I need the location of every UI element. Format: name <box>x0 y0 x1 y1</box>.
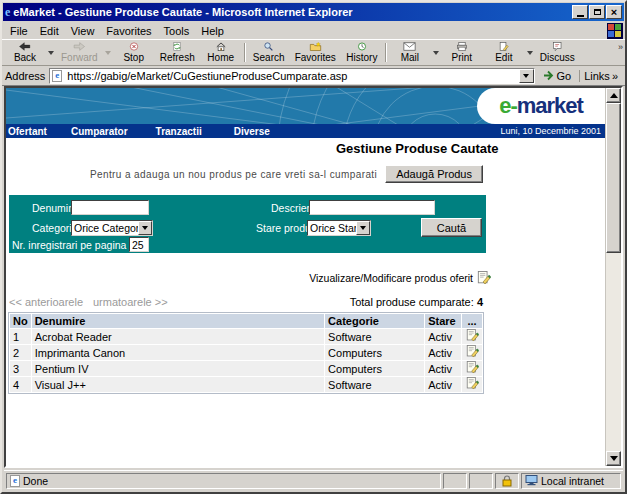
go-button[interactable]: Go <box>539 70 576 82</box>
browser-window: e eMarket - Gestiune Produse Cautate - M… <box>0 0 627 494</box>
print-icon <box>454 42 470 51</box>
minimize-button[interactable] <box>572 5 588 19</box>
search-form: Denumire Descriere Categorie Orice Categ… <box>9 195 486 253</box>
document-icon: e <box>10 475 20 487</box>
add-product-button[interactable]: Adaugă Produs <box>385 165 483 183</box>
title-bar: e eMarket - Gestiune Produse Cautate - M… <box>3 3 624 21</box>
scrollbar-thumb[interactable] <box>606 103 621 253</box>
address-label: Address <box>5 70 45 82</box>
intranet-icon <box>525 475 538 486</box>
table-row: 4 Visual J++ Software Activ <box>10 377 482 392</box>
edit-product-icon[interactable] <box>466 361 479 374</box>
logo-container: e-market <box>477 88 605 124</box>
col-header-stare: Stare <box>425 314 461 328</box>
table-row: 1 Acrobat Reader Software Activ <box>10 329 482 344</box>
search-button[interactable]: Search <box>248 41 290 64</box>
categorie-select[interactable]: Orice Categorie <box>71 220 153 236</box>
forward-button[interactable]: Forward <box>56 41 103 64</box>
nav-item-diverse[interactable]: Diverse <box>234 126 270 137</box>
scroll-up-button[interactable] <box>606 88 621 103</box>
back-icon <box>16 42 34 51</box>
view-modify-row: Vizualizare/Modificare produs oferit <box>6 271 491 285</box>
mail-icon <box>401 42 418 51</box>
denumire-input[interactable] <box>71 200 149 215</box>
toolbar-separator <box>244 43 246 62</box>
stop-icon <box>127 42 141 51</box>
next-page-link[interactable]: urmatoarele >> <box>93 296 168 308</box>
forward-icon <box>70 42 88 51</box>
products-table-container: No Denumire Categorie Stare ... 1 Acroba… <box>8 312 484 394</box>
cauta-button[interactable]: Caută <box>421 218 482 237</box>
windows-logo-icon <box>607 23 623 39</box>
nav-item-tranzactii[interactable]: Tranzactii <box>156 126 202 137</box>
col-header-denumire: Denumire <box>32 314 324 328</box>
scroll-down-button[interactable] <box>606 451 621 466</box>
col-header-categorie: Categorie <box>325 314 424 328</box>
per-page-label: Nr. inregistrari pe pagina <box>12 239 126 251</box>
toolbar-overflow-chevron[interactable]: » <box>618 42 623 52</box>
per-page-input[interactable] <box>129 237 149 252</box>
current-date: Luni, 10 Decembrie 2001 <box>500 126 605 136</box>
page-body: Gestiune Produse Cautate Pentru a adauga… <box>6 138 605 466</box>
menu-favorites[interactable]: Favorites <box>100 24 157 38</box>
total-products: Total produse cumparate: 4 <box>350 296 483 308</box>
forward-dropdown-icon[interactable] <box>105 51 111 55</box>
close-button[interactable]: × <box>606 5 622 19</box>
history-button[interactable]: History <box>341 41 383 64</box>
page-title: Gestiune Produse Cautate <box>336 141 499 156</box>
edit-product-icon[interactable] <box>466 377 479 390</box>
edit-product-icon[interactable] <box>466 329 479 342</box>
menu-view[interactable]: View <box>65 24 101 38</box>
history-icon <box>355 42 369 51</box>
total-products-value: 4 <box>477 296 483 308</box>
edit-button[interactable]: Edit <box>483 41 525 64</box>
stare-select[interactable]: Orice Stare <box>307 220 371 236</box>
refresh-icon <box>170 42 184 51</box>
address-field[interactable]: e <box>49 68 534 84</box>
table-row: 2 Imprimanta Canon Computers Activ <box>10 345 482 360</box>
address-input[interactable] <box>65 69 518 82</box>
search-icon <box>261 42 276 51</box>
favorites-button[interactable]: Favorites <box>290 41 341 64</box>
address-dropdown-button[interactable] <box>519 69 534 83</box>
previous-page-link[interactable]: << anterioarele <box>9 296 83 308</box>
print-button[interactable]: Print <box>441 41 483 64</box>
pagination-row: << anterioarele urmatoarele >> Total pro… <box>9 296 483 308</box>
menu-help[interactable]: Help <box>195 24 230 38</box>
vertical-scrollbar[interactable] <box>605 88 621 466</box>
edit-dropdown-icon[interactable] <box>527 51 533 55</box>
chevron-down-icon[interactable] <box>356 221 370 235</box>
address-bar: Address e Go Links » <box>2 66 625 86</box>
col-header-actions: ... <box>462 314 482 328</box>
back-dropdown-icon[interactable] <box>48 51 54 55</box>
menu-tools[interactable]: Tools <box>158 24 196 38</box>
security-zone-pane: Local intranet <box>521 473 621 489</box>
edit-product-icon[interactable] <box>466 345 479 358</box>
menu-file[interactable]: File <box>4 24 34 38</box>
add-product-hint: Pentru a adauga un nou produs pe care vr… <box>90 169 377 180</box>
lock-icon <box>502 475 512 487</box>
scrollbar-track[interactable] <box>606 253 621 451</box>
restore-button[interactable] <box>589 5 605 19</box>
mail-button[interactable]: Mail <box>389 41 431 64</box>
discuss-button[interactable]: Discuss <box>535 41 580 64</box>
mail-dropdown-icon[interactable] <box>433 51 439 55</box>
chevron-down-icon[interactable] <box>138 221 152 235</box>
stop-button[interactable]: Stop <box>113 41 155 64</box>
products-table: No Denumire Categorie Stare ... 1 Acroba… <box>9 313 483 393</box>
home-button[interactable]: Home <box>200 41 242 64</box>
status-text: Done <box>23 475 48 487</box>
nav-item-cumparator[interactable]: Cumparator <box>71 126 128 137</box>
menu-edit[interactable]: Edit <box>34 24 65 38</box>
security-pane <box>495 473 519 489</box>
links-button[interactable]: Links » <box>579 70 622 82</box>
nav-item-ofertant[interactable]: Ofertant <box>8 126 47 137</box>
refresh-button[interactable]: Refresh <box>155 41 200 64</box>
status-bar: e Done Local intranet <box>4 470 623 490</box>
security-zone-text: Local intranet <box>541 475 604 487</box>
edit-product-icon[interactable] <box>477 271 491 285</box>
view-modify-link[interactable]: Vizualizare/Modificare produs oferit <box>309 272 473 284</box>
back-button[interactable]: Back <box>4 41 46 64</box>
descriere-input[interactable] <box>309 200 435 215</box>
ie-icon: e <box>5 5 10 20</box>
